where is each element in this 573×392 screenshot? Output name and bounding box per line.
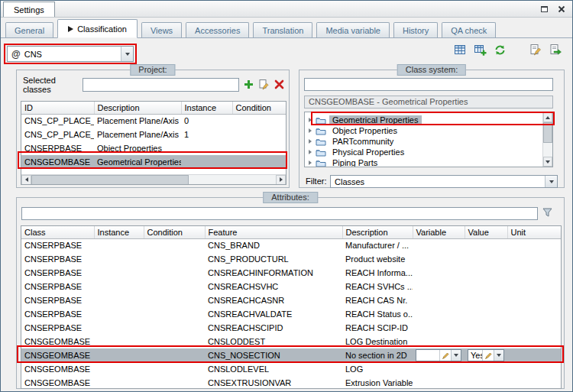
project-list: ID Description Instance Condition CNS_CP… bbox=[21, 101, 286, 185]
scroll-up-button[interactable] bbox=[543, 112, 552, 122]
scrollbar-thumb[interactable] bbox=[31, 175, 189, 185]
table-row[interactable]: CNSERPBASECNS_BRANDManufacturer / ... bbox=[21, 238, 561, 252]
column-header-instance[interactable]: Instance bbox=[181, 102, 232, 114]
edit-icon[interactable] bbox=[258, 79, 270, 90]
attribute-filter-input[interactable] bbox=[21, 207, 538, 220]
page-arrow-icon[interactable] bbox=[549, 44, 562, 57]
project-group-title: Project: bbox=[130, 64, 175, 76]
table-row[interactable]: CNSERPBASECNSREACHCASNRREACH CAS Nr. bbox=[21, 293, 561, 307]
tab-accessories[interactable]: Accessories bbox=[186, 22, 249, 37]
column-header-unit[interactable]: Unit bbox=[507, 226, 561, 238]
column-header-instance[interactable]: Instance bbox=[94, 226, 144, 238]
column-header-class[interactable]: Class bbox=[21, 226, 94, 238]
maximize-button[interactable] bbox=[537, 3, 552, 15]
table-row[interactable]: CNSGEOMBASECNSLODDESTLOG Destination bbox=[21, 335, 561, 348]
play-icon bbox=[68, 26, 73, 32]
tab-qa-check[interactable]: QA check bbox=[442, 22, 496, 37]
chevron-down-icon[interactable] bbox=[494, 350, 503, 361]
page-edit-icon[interactable] bbox=[529, 44, 542, 57]
folder-icon bbox=[316, 138, 326, 146]
scroll-left-button[interactable] bbox=[21, 175, 31, 185]
folder-icon bbox=[316, 159, 326, 167]
table-row[interactable]: CNSERPBASECNS_PRODUCTURLProduct website bbox=[21, 252, 561, 266]
chevron-right-icon[interactable] bbox=[309, 128, 312, 133]
tree-item-object-properties[interactable]: Object Properties bbox=[305, 125, 552, 136]
tree-item-piping-parts[interactable]: Piping Parts bbox=[305, 157, 552, 167]
arrow-right-icon bbox=[280, 177, 283, 182]
tree-item-physical-properties[interactable]: Physical Properties bbox=[305, 147, 552, 157]
column-header-description[interactable]: Description bbox=[94, 102, 181, 114]
scroll-down-button[interactable] bbox=[543, 157, 552, 167]
filter-combo-dropdown-button[interactable] bbox=[545, 176, 557, 187]
column-header-variable[interactable]: Variable bbox=[413, 226, 465, 238]
table-row[interactable]: CNSERPBASECNSREACHSVHCREACH SVHCs ... bbox=[21, 280, 561, 293]
chevron-down-icon[interactable] bbox=[451, 350, 461, 361]
chevron-right-icon[interactable] bbox=[309, 139, 312, 144]
class-system-groupbox: Class system: CNSGEOMBASE - Geometrical … bbox=[299, 70, 565, 188]
tab-views[interactable]: Views bbox=[141, 22, 182, 37]
pencil-icon[interactable] bbox=[439, 350, 451, 361]
table-row[interactable]: CNSGEOMBASECNSEXTRUSIONVARExtrusion Vari… bbox=[21, 376, 561, 389]
context-combo[interactable]: @ CNS bbox=[7, 46, 134, 62]
grid-add-icon[interactable] bbox=[474, 44, 487, 57]
column-header-feature[interactable]: Feature bbox=[205, 226, 342, 238]
add-icon[interactable] bbox=[243, 79, 254, 90]
attributes-groupbox: Attributes: Class Instance Condition Fea… bbox=[16, 197, 565, 389]
project-table: ID Description Instance Condition CNS_CP… bbox=[21, 102, 286, 169]
project-groupbox: Project: Selected classes ID Des bbox=[16, 70, 290, 188]
table-row[interactable]: CNSERPBASECNSREACHVALDATEREACH Status o.… bbox=[21, 307, 561, 321]
value-editor[interactable]: Yes bbox=[468, 349, 504, 361]
class-tree: Geometrical Properties Object Properties… bbox=[304, 112, 553, 167]
column-header-value[interactable]: Value bbox=[465, 226, 507, 238]
chevron-right-icon[interactable] bbox=[309, 118, 312, 122]
table-row[interactable]: CNSERPBASEObject Properties bbox=[21, 141, 286, 155]
tab-history[interactable]: History bbox=[393, 22, 438, 37]
tab-bar: General Classification Views Accessories… bbox=[1, 19, 572, 38]
context-combo-dropdown-button[interactable] bbox=[121, 47, 133, 61]
table-row[interactable]: CNS_CP_PLACE_PAPlacement Plane/Axis1 bbox=[21, 128, 286, 141]
tab-media-variable[interactable]: Media variable bbox=[316, 22, 390, 37]
chevron-right-icon[interactable] bbox=[309, 150, 312, 154]
attributes-table: Class Instance Condition Feature Descrip… bbox=[21, 226, 562, 389]
vertical-scrollbar[interactable] bbox=[542, 112, 552, 167]
close-button[interactable] bbox=[554, 3, 568, 15]
scrollbar-thumb[interactable] bbox=[543, 122, 552, 143]
filter-combo[interactable]: Classes bbox=[330, 175, 558, 188]
pencil-icon[interactable] bbox=[482, 350, 494, 361]
window-controls bbox=[537, 3, 568, 15]
table-row-selected[interactable]: CNSGEOMBASE CNS_NOSECTION No section in … bbox=[21, 348, 561, 362]
selected-class-caption: CNSGEOMBASE - Geometrical Properties bbox=[304, 96, 553, 109]
filter-combo-value: Classes bbox=[331, 177, 545, 186]
table-row[interactable]: CNSGEOMBASECNSLODLEVELLOG bbox=[21, 362, 561, 376]
tree-item-partcommunity[interactable]: PARTcommunity bbox=[305, 136, 552, 147]
chevron-right-icon[interactable] bbox=[309, 160, 312, 165]
attributes-list: Class Instance Condition Feature Descrip… bbox=[21, 225, 562, 389]
at-icon: @ bbox=[11, 49, 21, 60]
variable-editor[interactable] bbox=[416, 349, 461, 361]
delete-icon[interactable] bbox=[274, 79, 285, 90]
selected-classes-input[interactable] bbox=[83, 78, 239, 92]
column-header-condition[interactable]: Condition bbox=[144, 226, 205, 238]
column-header-description[interactable]: Description bbox=[342, 226, 413, 238]
table-row-selected[interactable]: CNSGEOMBASEGeometrical Properties bbox=[21, 155, 286, 169]
toolbar bbox=[447, 44, 562, 57]
chevron-down-icon bbox=[549, 180, 554, 183]
table-row[interactable]: CNSERPBASECNSREACHSCIPIDREACH SCIP-ID bbox=[21, 321, 561, 335]
grid-icon[interactable] bbox=[454, 44, 467, 57]
refresh-icon[interactable] bbox=[494, 44, 507, 57]
table-row[interactable]: CNS_CP_PLACE_PAPlacement Plane/Axis0 bbox=[21, 114, 286, 128]
column-header-condition[interactable]: Condition bbox=[232, 102, 286, 114]
tree-item-geometrical-properties[interactable]: Geometrical Properties bbox=[305, 115, 552, 125]
horizontal-scrollbar[interactable] bbox=[21, 174, 286, 184]
tab-general[interactable]: General bbox=[5, 22, 53, 37]
maximize-icon bbox=[541, 6, 548, 12]
table-row[interactable]: CNSERPBASECNSREACHINFORMATIONREACH Infor… bbox=[21, 266, 561, 280]
scroll-right-button[interactable] bbox=[276, 175, 286, 185]
column-header-id[interactable]: ID bbox=[21, 102, 94, 114]
tab-translation[interactable]: Translation bbox=[253, 22, 312, 37]
tab-classification[interactable]: Classification bbox=[57, 19, 138, 38]
folder-open-icon bbox=[316, 116, 326, 125]
funnel-icon[interactable] bbox=[542, 208, 552, 217]
class-search-input[interactable] bbox=[304, 78, 553, 91]
chevron-down-icon bbox=[125, 53, 130, 56]
